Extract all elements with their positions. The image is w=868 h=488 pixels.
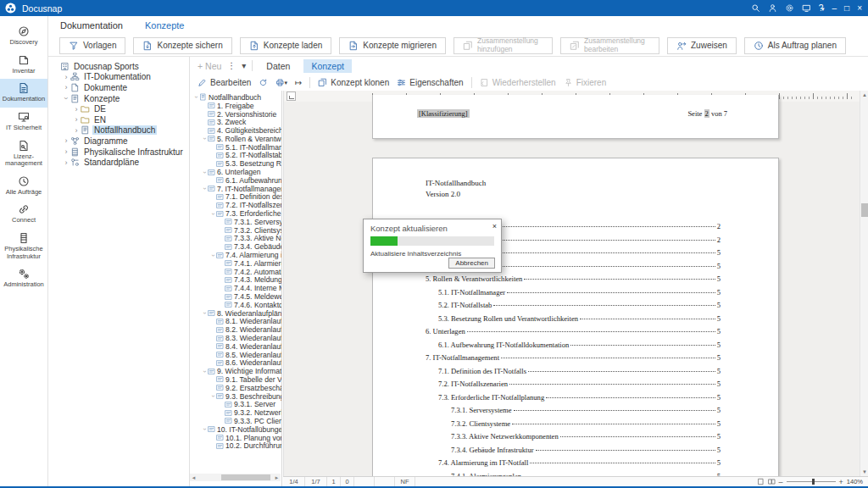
collapse-icon[interactable]: ›: [201, 368, 209, 374]
minimize-button[interactable]: –: [832, 0, 837, 16]
toc-entry-5-rollen-verantwortlichkeiten[interactable]: 5. Rollen & Verantwortlichkeiten5: [426, 274, 721, 288]
tree-item-7-3-3-aktive-netzwerkkomponenten[interactable]: 7.3.3. Aktive Netzwerkkomponenten: [190, 235, 281, 243]
user-icon[interactable]: [768, 3, 777, 13]
sidebar-item-connect[interactable]: Connect: [0, 200, 47, 229]
toc-entry-7-3-erforderliche-it-notfallplanung[interactable]: 7.3. Erforderliche IT-Notfallplanung5: [426, 393, 721, 407]
tree-item-7-4-alarmierung-im-it-notfall[interactable]: ›7.4. Alarmierung im IT-Notfall: [190, 251, 281, 259]
expand-icon[interactable]: ›: [62, 73, 70, 81]
sidebar-item-alle-aufträge[interactable]: Alle Aufträge: [0, 172, 47, 201]
tree-item-9-3-1-server[interactable]: 9.3.1. Server: [190, 400, 281, 408]
pin-button[interactable]: Fixieren: [564, 78, 607, 87]
tree-item-5-1-it-notfallmanager[interactable]: 5.1. IT-Notfallmanager: [190, 143, 281, 152]
horizontal-scrollbar[interactable]: ◄ ►: [190, 474, 281, 481]
toc-entry-7-3-1-serversysteme[interactable]: 7.3.1. Serversysteme5: [426, 406, 721, 419]
expand-icon[interactable]: ›: [62, 147, 70, 156]
scroll-right-icon[interactable]: ►: [273, 475, 281, 480]
tree-item-notfallhandbuch[interactable]: ›Notfallhandbuch: [190, 93, 281, 102]
close-button[interactable]: ×: [857, 0, 862, 16]
toc-entry-7-3-3-aktive-netzwerkkomponenten[interactable]: 7.3.3. Aktive Netzwerkkomponenten5: [426, 432, 721, 446]
expand-icon[interactable]: ›: [72, 115, 81, 124]
tree-item-10-it-notfallübungen[interactable]: ›10. IT-Notfallübungen: [190, 425, 281, 434]
toc-entry-7-1-definition-des-it-notfalls[interactable]: 7.1. Definition des IT-Notfalls5: [426, 367, 721, 380]
collapse-icon[interactable]: ›: [201, 186, 209, 192]
sidebar-item-lizenz-management[interactable]: Lizenz-management: [0, 136, 47, 172]
collapse-icon[interactable]: ›: [201, 169, 209, 175]
tree-item-7-4-6-kontaktdaten-it-n[interactable]: 7.4.6. Kontaktdaten IT-N: [190, 301, 281, 309]
new-button[interactable]: + Neu: [198, 61, 221, 71]
search-icon[interactable]: [751, 3, 760, 13]
goto-button[interactable]: ↦: [295, 78, 302, 87]
dropdown-icon[interactable]: ▾: [242, 61, 246, 70]
properties-button[interactable]: Eigenschaften: [397, 78, 463, 87]
clone-concept-button[interactable]: Konzept klonen: [318, 78, 389, 87]
tab-daten[interactable]: Daten: [259, 59, 298, 73]
toc-entry-5-1-it-notfallmanager[interactable]: 5.1. IT-Notfallmanager5: [426, 288, 721, 302]
tree-item-9-3-beschreibung-der-iuk-sy[interactable]: ›9.3. Beschreibung der IuK-Sy: [190, 392, 281, 401]
collapse-icon[interactable]: ›: [209, 210, 217, 217]
page-view-icon[interactable]: [757, 478, 765, 485]
tree-item-7-4-2-automatische-bena[interactable]: 7.4.2. Automatische Bena: [190, 268, 281, 276]
tab-konzept[interactable]: Konzept: [303, 59, 352, 73]
tree-item-7-3-erforderliche-it-notfallplanung[interactable]: ›7.3. Erforderliche IT-Notfallplanung: [190, 209, 281, 218]
classification-field[interactable]: [Klassifizierung]: [417, 109, 470, 118]
expand-icon[interactable]: ›: [62, 83, 70, 92]
restore-button[interactable]: Wiederherstellen: [480, 78, 556, 87]
tree-item-10-1-planung-von-it-notfal[interactable]: 10.1. Planung von IT-Notfal: [190, 434, 281, 442]
tab-konzepte[interactable]: Konzepte: [145, 20, 184, 30]
tree-item-9-wichtige-informationen-für[interactable]: ›9. Wichtige Informationen für: [190, 367, 281, 375]
expand-icon[interactable]: ›: [62, 158, 70, 167]
tree-item-de[interactable]: ›DE: [48, 103, 189, 114]
cancel-button[interactable]: Abbrechen: [448, 258, 495, 269]
tree-item-dokumente[interactable]: ›Dokumente: [48, 82, 189, 93]
collapse-icon[interactable]: ›: [201, 426, 209, 433]
tree-item-7-3-2-clientsysteme[interactable]: 7.3.2. Clientsysteme: [190, 226, 281, 235]
tree-item-6-1-aufbewahrung-it-notfalldokumentation[interactable]: 6.1. Aufbewahrung IT-Notfalldokumentatio…: [190, 176, 281, 185]
tree-item-6-unterlagen[interactable]: ›6. Unterlagen: [190, 168, 281, 176]
collapse-icon[interactable]: ›: [201, 310, 209, 317]
tree-item-9-3-2-netzwerkinfrastrukt[interactable]: 9.3.2. Netzwerkinfrastrukt: [190, 408, 281, 417]
display-options-icon[interactable]: [802, 3, 811, 13]
toc-entry-6-1-aufbewahrung-it-notfalldokumentation[interactable]: 6.1. Aufbewahrung IT-Notfalldokumentatio…: [426, 341, 721, 354]
scroll-down-icon[interactable]: ▼: [860, 468, 868, 476]
tree-item-5-rollen-verantwortlichkeiten[interactable]: ›5. Rollen & Verantwortlichkeiten: [190, 135, 281, 143]
tree-item-en[interactable]: ›EN: [48, 114, 189, 125]
tree-item-7-3-1-serversysteme[interactable]: 7.3.1. Serversysteme: [190, 218, 281, 226]
tree-item-8-5-wiederanlaufplan-komm[interactable]: 8.5. Wiederanlaufplan Komm: [190, 351, 281, 359]
tab-dokumentation[interactable]: Dokumentation: [60, 20, 123, 30]
vorlagen-button[interactable]: Vorlagen: [59, 37, 125, 54]
sidebar-item-it-sicherheit[interactable]: IT Sicherheit: [0, 108, 47, 136]
konzepte-laden-button[interactable]: Konzepte laden: [240, 37, 332, 54]
als-auftrag-planen-button[interactable]: Als Auftrag planen: [744, 37, 846, 54]
zusammenstellung-bearbeiten-button[interactable]: Zusammenstellung bearbeiten: [560, 37, 659, 54]
tree-item-notfallhandbuch[interactable]: ›Notfallhandbuch: [48, 125, 189, 136]
scroll-left-icon[interactable]: ◄: [190, 475, 198, 480]
tree-item-it-dokumentation[interactable]: ›IT-Dokumentation: [48, 72, 189, 83]
toc-entry-7-3-2-clientsysteme[interactable]: 7.3.2. Clientsysteme5: [426, 419, 721, 433]
toc-entry-7-2-it-notfallszenarien[interactable]: 7.2. IT-Notfallszenarien5: [426, 380, 721, 393]
sidebar-item-discovery[interactable]: Discovery: [0, 22, 47, 51]
sidebar-item-administration[interactable]: Administration: [0, 264, 47, 293]
zoom-slider-thumb[interactable]: [812, 479, 815, 485]
tab-stop-selector[interactable]: [287, 92, 296, 101]
tree-item-8-wiederanlaufpläne-für-kritisc[interactable]: ›8. Wiederanlaufpläne für kritisc: [190, 309, 281, 318]
document-page-1[interactable]: [Klassifizierung] Seite 2 von 7: [372, 95, 779, 139]
tree-item-9-3-3-pc-clients[interactable]: 9.3.3. PC Clients: [190, 417, 281, 425]
tree-item-physikalische-infrastruktur[interactable]: ›Physikalische Infrastruktur: [48, 147, 189, 158]
tree-item-diagramme[interactable]: ›Diagramme: [48, 136, 189, 147]
konzepte-migrieren-button[interactable]: Konzepte migrieren: [339, 37, 446, 54]
maximize-button[interactable]: □: [844, 0, 849, 16]
collapse-icon[interactable]: ›: [201, 136, 209, 142]
tree-item-8-6-wiederanlaufplan-kritisc[interactable]: 8.6. Wiederanlaufplan kritisc: [190, 359, 281, 368]
tree-item-8-1-wiederanlaufplan-reche[interactable]: 8.1. Wiederanlaufplan Reche: [190, 318, 281, 326]
tree-item-2-versionshistorie[interactable]: 2. Versionshistorie: [190, 110, 281, 119]
collapse-icon[interactable]: ›: [192, 94, 200, 101]
tree-item-8-3-wiederanlaufplan-zentra[interactable]: 8.3. Wiederanlaufplan zentra: [190, 334, 281, 342]
toc-entry-5-3-besetzung-rollen-und-verantwortlichkeiten[interactable]: 5.3. Besetzung Rollen und Verantwortlich…: [426, 314, 721, 328]
tree-item-7-it-notfallmanagement[interactable]: ›7. IT-Notfallmanagement: [190, 185, 281, 193]
tree-item-8-4-wiederanlaufplan-erp[interactable]: 8.4. Wiederanlaufplan ERP: [190, 342, 281, 351]
tree-item-7-3-4-gebäude-infrastruktur[interactable]: 7.3.4. Gebäude Infrastruktur: [190, 242, 281, 251]
tree-item-5-3-besetzung-rollen-und-verantwortlichkeiten[interactable]: 5.3. Besetzung Rollen und Verantwortlich…: [190, 159, 281, 168]
scroll-up-icon[interactable]: ▲: [860, 91, 868, 99]
print-button[interactable]: ▾: [275, 78, 287, 87]
document-page-2[interactable]: IT-Notfallhandbuch Version 2.0 1. Freiga…: [372, 158, 779, 476]
